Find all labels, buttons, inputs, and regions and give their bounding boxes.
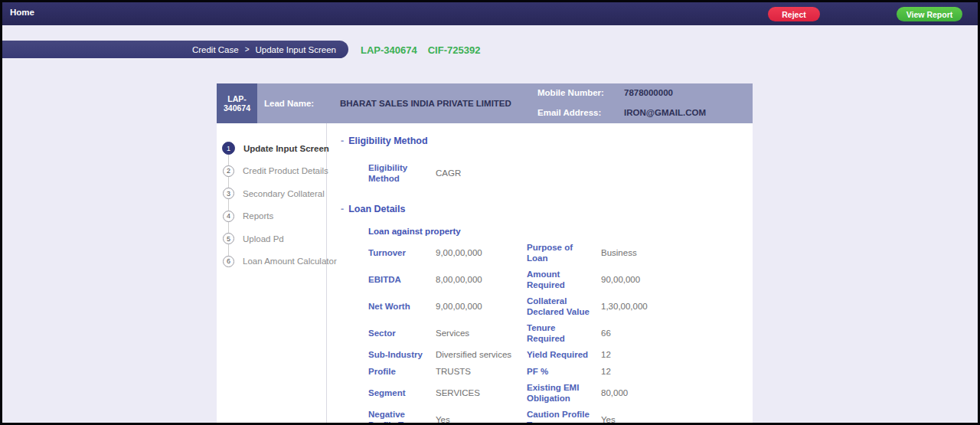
field-row: Eligibility MethodCAGR — [368, 160, 753, 187]
field-value: TRUSTS — [436, 367, 527, 378]
field-row: SectorServicesTenure Required66 — [368, 320, 753, 347]
field-label: Collateral Declared Value — [527, 296, 601, 317]
field-row: Net Worth9,00,00,000Collateral Declared … — [368, 293, 753, 320]
lead-id-line1: LAP- — [227, 94, 247, 103]
step-label: Update Input Screen — [243, 144, 329, 153]
field-value: 12 — [601, 350, 753, 361]
field-value: 9,00,00,000 — [436, 248, 527, 259]
field-value: 9,00,00,000 — [436, 302, 527, 312]
breadcrumb-credit-case[interactable]: Credit Case — [192, 45, 239, 54]
step-label: Secondary Collateral — [243, 189, 325, 198]
field-row: Sub-IndustryDiversified servicesYield Re… — [368, 347, 753, 364]
step-item-loan-amount-calculator[interactable]: 6Loan Amount Calculator — [217, 250, 326, 273]
step-number: 4 — [223, 211, 234, 222]
breadcrumb-separator-icon: > — [245, 45, 250, 54]
lead-contacts: Mobile Number: 7878000000 Email Address:… — [512, 83, 753, 123]
main-content: LAP- 340674 Lead Name: BHARAT SALES INDI… — [217, 83, 753, 423]
lead-id-line2: 340674 — [224, 103, 250, 113]
collapse-icon[interactable]: - — [341, 204, 344, 214]
field-label: EBITDA — [368, 275, 436, 286]
field-label: Eligibility Method — [368, 163, 436, 184]
mobile-number-value: 7878000000 — [624, 88, 673, 97]
lap-id: LAP-340674 — [361, 44, 417, 56]
email-row: Email Address: IRON@GMAIL.COM — [537, 108, 753, 117]
eligibility-method-section: - Eligibility Method Eligibility MethodC… — [341, 136, 753, 187]
cif-id: CIF-725392 — [428, 44, 481, 56]
loan-product-subheading: Loan against property — [368, 227, 753, 236]
top-navigation-bar: Home Reject View Report — [2, 2, 978, 25]
field-value: 1,30,00,000 — [601, 302, 753, 312]
screenshot-frame: Home Reject View Report Credit Case > Up… — [0, 0, 980, 425]
field-label: Caution Profile Tag — [527, 410, 601, 423]
field-row: ProfileTRUSTSPF %12 — [368, 364, 753, 381]
field-value: 12 — [601, 367, 753, 378]
step-navigation: 1Update Input Screen2Credit Product Deta… — [217, 123, 327, 423]
lead-header-card: LAP- 340674 Lead Name: BHARAT SALES INDI… — [217, 83, 753, 123]
form-panel: 1Update Input Screen2Credit Product Deta… — [217, 123, 753, 423]
step-number: 5 — [223, 233, 234, 244]
app-page: Home Reject View Report Credit Case > Up… — [2, 2, 978, 423]
step-label: Credit Product Details — [243, 166, 328, 175]
field-value: 90,00,000 — [601, 275, 753, 286]
field-row: EBITDA8,00,00,000Amount Required90,00,00… — [368, 266, 753, 293]
field-value: 8,00,00,000 — [436, 275, 527, 286]
email-address-label: Email Address: — [537, 108, 624, 117]
field-label: Turnover — [368, 248, 436, 259]
step-number: 1 — [222, 142, 235, 155]
field-value: Business — [601, 248, 753, 259]
field-label: Yield Required — [527, 350, 601, 361]
view-report-button[interactable]: View Report — [897, 7, 962, 21]
step-label: Reports — [243, 211, 273, 221]
field-value: 66 — [601, 329, 753, 339]
field-label: Tenure Required — [527, 323, 601, 344]
field-row: Turnover9,00,00,000Purpose of LoanBusine… — [368, 240, 753, 266]
mobile-row: Mobile Number: 7878000000 — [537, 88, 753, 97]
field-value: 80,000 — [601, 388, 753, 399]
field-value: Diversified services — [436, 350, 527, 361]
lead-id-badge: LAP- 340674 — [217, 83, 257, 123]
reject-button[interactable]: Reject — [768, 7, 820, 21]
step-number: 3 — [223, 188, 234, 199]
field-label: Sub-Industry — [368, 350, 436, 361]
field-value: Yes — [601, 415, 753, 423]
lead-name-label: Lead Name: — [257, 83, 340, 123]
lead-name-value: BHARAT SALES INDIA PRIVATE LIMITED — [340, 83, 512, 123]
step-item-credit-product-details[interactable]: 2Credit Product Details — [217, 160, 326, 183]
step-label: Loan Amount Calculator — [243, 257, 337, 266]
case-identifiers: LAP-340674 CIF-725392 — [361, 44, 480, 56]
breadcrumb-update-input-screen[interactable]: Update Input Screen — [256, 45, 337, 54]
field-value: Yes — [436, 415, 527, 423]
step-item-upload-pd[interactable]: 5Upload Pd — [217, 227, 326, 250]
field-label: Sector — [368, 329, 436, 339]
step-item-reports[interactable]: 4Reports — [217, 205, 326, 228]
loan-details-section-title: - Loan Details — [341, 204, 753, 214]
field-row: SegmentSERVICESExisting EMI Obligation80… — [368, 380, 753, 407]
field-label: Negative Profile Tag — [368, 410, 436, 423]
field-value: CAGR — [436, 168, 527, 179]
field-value: Services — [436, 329, 527, 339]
step-item-update-input-screen[interactable]: 1Update Input Screen — [217, 137, 326, 160]
field-label: Purpose of Loan — [527, 243, 601, 263]
eligibility-section-title: - Eligibility Method — [341, 136, 753, 146]
mobile-number-label: Mobile Number: — [537, 88, 624, 97]
form-area: - Eligibility Method Eligibility MethodC… — [327, 123, 753, 423]
field-label: Existing EMI Obligation — [527, 383, 601, 404]
collapse-icon[interactable]: - — [341, 136, 344, 146]
field-row: Negative Profile TagYesCaution Profile T… — [368, 407, 753, 423]
field-label: Segment — [368, 388, 436, 399]
step-label: Upload Pd — [243, 234, 284, 244]
loan-details-section: - Loan Details Loan against property Tur… — [341, 204, 753, 423]
eligibility-section-title-text: Eligibility Method — [348, 136, 427, 146]
breadcrumb: Credit Case > Update Input Screen — [2, 41, 348, 58]
field-label: Profile — [368, 367, 436, 378]
field-label: Net Worth — [368, 302, 436, 312]
lead-card-body: Lead Name: BHARAT SALES INDIA PRIVATE LI… — [257, 83, 753, 123]
home-link[interactable]: Home — [10, 8, 34, 17]
step-number: 2 — [223, 165, 234, 177]
email-address-value: IRON@GMAIL.COM — [624, 108, 706, 117]
field-value: SERVICES — [436, 388, 527, 399]
step-number: 6 — [223, 256, 234, 267]
field-label: PF % — [527, 367, 601, 378]
field-label: Amount Required — [527, 270, 601, 290]
step-item-secondary-collateral[interactable]: 3Secondary Collateral — [217, 182, 326, 205]
